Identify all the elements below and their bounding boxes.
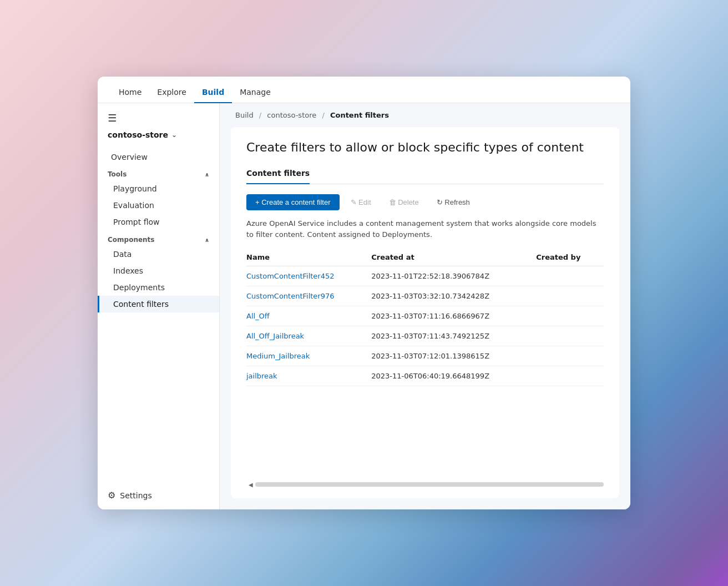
- filter-created-at-cell: 2023-11-03T07:11:43.7492125Z: [371, 326, 536, 346]
- table-body: CustomContentFilter4522023-11-01T22:52:1…: [246, 266, 604, 386]
- breadcrumb-project[interactable]: contoso-store: [267, 111, 316, 119]
- toolbar: + Create a content filter ✎ Edit 🗑 Delet…: [246, 194, 604, 210]
- nav-explore[interactable]: Explore: [149, 88, 194, 103]
- sidebar-section-tools: Tools ∧: [98, 165, 219, 180]
- breadcrumb: Build / contoso-store / Content filters: [220, 103, 630, 127]
- table-row: jailbreak2023-11-06T06:40:19.6648199Z: [246, 366, 604, 386]
- table-row: CustomContentFilter4522023-11-01T22:52:1…: [246, 266, 604, 286]
- project-selector[interactable]: contoso-store ⌄: [98, 130, 219, 149]
- table-header: Name Created at Created by: [246, 249, 604, 266]
- project-chevron-icon: ⌄: [171, 131, 177, 139]
- sidebar-item-indexes[interactable]: Indexes: [98, 262, 219, 279]
- filter-created-at-cell: 2023-11-01T22:52:18.3906784Z: [371, 266, 536, 286]
- filter-created-by-cell: [536, 306, 604, 326]
- table-row: Medium_Jailbreak2023-11-03T07:12:01.1398…: [246, 346, 604, 366]
- filter-name-link[interactable]: jailbreak: [246, 372, 277, 380]
- top-navigation: Home Explore Build Manage: [98, 77, 630, 103]
- breadcrumb-sep-1: /: [259, 111, 261, 119]
- tab-content-filters[interactable]: Content filters: [246, 164, 310, 184]
- filter-name-cell: CustomContentFilter452: [246, 266, 371, 286]
- filter-name-link[interactable]: All_Off: [246, 312, 270, 320]
- scroll-track[interactable]: [255, 482, 604, 487]
- filter-created-at-cell: 2023-11-03T07:12:01.1398615Z: [371, 346, 536, 366]
- sidebar-item-evaluation[interactable]: Evaluation: [98, 197, 219, 214]
- filter-name-link[interactable]: CustomContentFilter976: [246, 292, 335, 300]
- project-name: contoso-store: [108, 130, 168, 139]
- sidebar-item-data[interactable]: Data: [98, 246, 219, 262]
- table-row: All_Off2023-11-03T07:11:16.6866967Z: [246, 306, 604, 326]
- nav-home[interactable]: Home: [111, 88, 149, 103]
- refresh-button[interactable]: ↻ Refresh: [430, 194, 477, 210]
- sidebar-item-overview[interactable]: Overview: [98, 149, 219, 165]
- sidebar-item-playground[interactable]: Playground: [98, 180, 219, 197]
- app-window: Home Explore Build Manage ☰ contoso-stor…: [98, 77, 630, 509]
- filter-created-by-cell: [536, 326, 604, 346]
- description-text: Azure OpenAI Service includes a content …: [246, 218, 604, 240]
- filter-created-by-cell: [536, 266, 604, 286]
- filter-name-link[interactable]: Medium_Jailbreak: [246, 352, 310, 360]
- col-created-by: Created by: [536, 249, 604, 266]
- table-row: CustomContentFilter9762023-11-03T03:32:1…: [246, 286, 604, 306]
- sidebar: ☰ contoso-store ⌄ Overview Tools ∧ Playg…: [98, 103, 220, 509]
- filter-name-cell: jailbreak: [246, 366, 371, 386]
- scroll-left-icon[interactable]: ◀: [249, 482, 253, 488]
- col-created-at: Created at: [371, 249, 536, 266]
- filter-created-by-cell: [536, 366, 604, 386]
- page-title: Create filters to allow or block specifi…: [246, 140, 604, 154]
- content-card: Create filters to allow or block specifi…: [231, 127, 619, 498]
- filters-table: Name Created at Created by CustomContent…: [246, 249, 604, 386]
- create-content-filter-button[interactable]: + Create a content filter: [246, 194, 340, 210]
- components-collapse-icon[interactable]: ∧: [205, 237, 209, 243]
- filter-name-cell: All_Off_Jailbreak: [246, 326, 371, 346]
- filters-table-wrap: Name Created at Created by CustomContent…: [246, 249, 604, 474]
- sidebar-section-components: Components ∧: [98, 230, 219, 246]
- filter-name-cell: Medium_Jailbreak: [246, 346, 371, 366]
- breadcrumb-build[interactable]: Build: [235, 111, 254, 119]
- nav-manage[interactable]: Manage: [232, 88, 279, 103]
- sidebar-item-prompt-flow[interactable]: Prompt flow: [98, 214, 219, 230]
- hamburger-icon[interactable]: ☰: [98, 112, 219, 130]
- delete-button[interactable]: 🗑 Delete: [382, 194, 426, 210]
- settings-icon: ⚙: [108, 490, 115, 501]
- tools-collapse-icon[interactable]: ∧: [205, 171, 209, 178]
- sidebar-item-content-filters[interactable]: Content filters: [98, 296, 219, 312]
- main-content: Build / contoso-store / Content filters …: [220, 103, 630, 509]
- filter-name-cell: All_Off: [246, 306, 371, 326]
- edit-button[interactable]: ✎ Edit: [344, 194, 378, 210]
- filter-created-by-cell: [536, 346, 604, 366]
- settings-label: Settings: [120, 491, 151, 500]
- filter-created-at-cell: 2023-11-03T07:11:16.6866967Z: [371, 306, 536, 326]
- filter-created-at-cell: 2023-11-06T06:40:19.6648199Z: [371, 366, 536, 386]
- filter-created-by-cell: [536, 286, 604, 306]
- body: ☰ contoso-store ⌄ Overview Tools ∧ Playg…: [98, 103, 630, 509]
- sidebar-item-deployments[interactable]: Deployments: [98, 279, 219, 296]
- filter-name-cell: CustomContentFilter976: [246, 286, 371, 306]
- filter-created-at-cell: 2023-11-03T03:32:10.7342428Z: [371, 286, 536, 306]
- filter-name-link[interactable]: CustomContentFilter452: [246, 272, 335, 280]
- nav-build[interactable]: Build: [194, 88, 232, 103]
- breadcrumb-sep-2: /: [322, 111, 324, 119]
- col-name: Name: [246, 249, 371, 266]
- filter-name-link[interactable]: All_Off_Jailbreak: [246, 332, 304, 340]
- table-row: All_Off_Jailbreak2023-11-03T07:11:43.749…: [246, 326, 604, 346]
- breadcrumb-current: Content filters: [330, 111, 389, 119]
- horizontal-scrollbar[interactable]: ◀: [246, 479, 604, 489]
- tab-bar: Content filters: [246, 164, 604, 184]
- settings-nav-item[interactable]: ⚙ Settings: [98, 481, 219, 509]
